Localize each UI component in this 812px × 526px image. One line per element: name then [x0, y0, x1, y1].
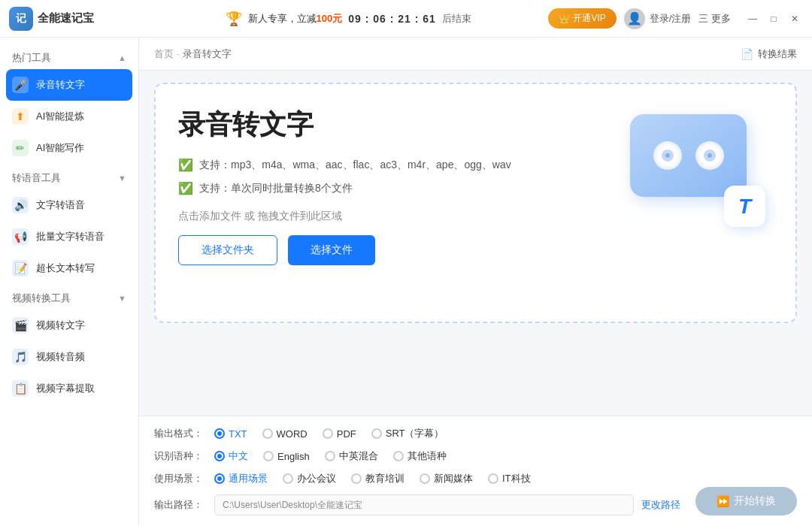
start-btn-icon: ⏩ [717, 495, 729, 507]
tape-reel-right [695, 141, 724, 170]
hot-tools-chevron: ▲ [118, 53, 126, 62]
format-word-radio[interactable] [262, 428, 273, 439]
ai-write-label: AI智能写作 [36, 141, 84, 155]
titlebar-actions: 👑 开通VIP 👤 登录/注册 三 更多 — □ ✕ [548, 8, 803, 29]
format-pdf[interactable]: PDF [323, 428, 356, 440]
video-subtitles-icon: 📋 [12, 380, 29, 397]
scene-row: 使用场景： 通用场景 办公会议 [154, 472, 680, 485]
sidebar-item-video-subtitles[interactable]: 📋 视频字幕提取 [0, 373, 138, 404]
feature-text-1: 支持：mp3、m4a、wma、aac、flac、ac3、m4r、ape、ogg、… [199, 157, 511, 173]
video-to-text-label: 视频转文字 [36, 319, 85, 332]
breadcrumb-current: 录音转文字 [183, 48, 232, 59]
format-srt[interactable]: SRT（字幕） [371, 427, 444, 440]
path-input[interactable] [214, 494, 634, 515]
format-txt[interactable]: TXT [214, 428, 247, 440]
sidebar-item-batch-text-voice[interactable]: 📢 批量文字转语音 [0, 221, 138, 252]
scene-general-radio[interactable] [214, 473, 225, 484]
sidebar-item-ai-write[interactable]: ✏ AI智能写作 [0, 132, 138, 164]
long-text-label: 超长文本转写 [36, 261, 95, 275]
hot-tools-label: 热门工具 [12, 51, 51, 65]
scene-office-radio[interactable] [283, 473, 293, 484]
drop-zone[interactable]: 录音转文字 ✅ 支持：mp3、m4a、wma、aac、flac、ac3、m4r、… [154, 83, 797, 323]
drop-zone-left: 录音转文字 ✅ 支持：mp3、m4a、wma、aac、flac、ac3、m4r、… [178, 107, 623, 265]
hot-tools-section-header[interactable]: 热门工具 ▲ [0, 44, 138, 69]
voice-tools-label: 转语音工具 [12, 171, 61, 185]
scene-news-radio[interactable] [420, 473, 430, 484]
drop-zone-container: 录音转文字 ✅ 支持：mp3、m4a、wma、aac、flac、ac3、m4r、… [139, 71, 812, 416]
scene-education-label: 教育培训 [365, 472, 404, 485]
video-subtitles-label: 视频字幕提取 [36, 382, 95, 395]
scene-news[interactable]: 新闻媒体 [420, 472, 473, 485]
select-folder-button[interactable]: 选择文件夹 [178, 235, 277, 265]
maximize-button[interactable]: □ [765, 11, 782, 27]
minimize-button[interactable]: — [744, 11, 761, 27]
sidebar-item-audio-to-text[interactable]: 🎤 录音转文字 [6, 69, 132, 101]
user-avatar: 👤 [624, 8, 645, 29]
drop-hint: 点击添加文件 或 拖拽文件到此区域 [178, 210, 623, 223]
language-group: 中文 English 中英混合 [214, 449, 680, 463]
ai-refine-label: AI智能提炼 [36, 110, 84, 123]
main-layout: 热门工具 ▲ 🎤 录音转文字 ⬆ AI智能提炼 ✏ AI智能写作 转语音工具 ▼… [0, 38, 812, 526]
dropzone-title: 录音转文字 [178, 107, 623, 144]
select-file-button[interactable]: 选择文件 [288, 235, 375, 265]
scene-it-label: IT科技 [502, 472, 531, 485]
language-row: 识别语种： 中文 English [154, 449, 680, 463]
format-pdf-radio[interactable] [323, 428, 333, 439]
format-txt-label: TXT [229, 428, 247, 440]
scene-education-radio[interactable] [351, 473, 362, 484]
app-logo: 记 全能速记宝 [9, 7, 148, 31]
vip-button[interactable]: 👑 开通VIP [548, 8, 616, 29]
start-convert-button[interactable]: ⏩ 开始转换 [695, 487, 797, 515]
path-change-button[interactable]: 更改路径 [641, 498, 680, 512]
more-button[interactable]: 三 更多 [698, 12, 731, 26]
promo-text: 新人专享，立减100元 [248, 12, 343, 26]
tape-wrapper: T [630, 107, 765, 227]
convert-result-label: 转换结果 [758, 47, 797, 61]
content-area: 首页 - 录音转文字 📄 转换结果 录音转文字 ✅ 支持：mp3、m4a、wma… [139, 38, 812, 526]
lang-other[interactable]: 其他语种 [393, 449, 447, 463]
sidebar-item-video-to-audio[interactable]: 🎵 视频转音频 [0, 341, 138, 373]
feature-item-2: ✅ 支持：单次同时批量转换8个文件 [178, 180, 623, 196]
lang-english[interactable]: English [263, 451, 310, 462]
lang-mixed[interactable]: 中英混合 [325, 449, 378, 463]
titlebar: 记 全能速记宝 🏆 新人专享，立减100元 09 : 06 : 21 : 61 … [0, 0, 812, 38]
scene-office[interactable]: 办公会议 [283, 472, 336, 485]
promo-fire-icon: 🏆 [226, 11, 242, 27]
scene-office-label: 办公会议 [297, 472, 336, 485]
scene-it-radio[interactable] [488, 473, 498, 484]
lang-chinese[interactable]: 中文 [214, 449, 248, 463]
sidebar-item-ai-refine[interactable]: ⬆ AI智能提炼 [0, 101, 138, 132]
format-word[interactable]: WORD [262, 428, 308, 440]
scene-it[interactable]: IT科技 [488, 472, 531, 485]
lang-chinese-radio[interactable] [214, 451, 225, 461]
sidebar-item-long-text[interactable]: 📝 超长文本转写 [0, 252, 138, 284]
scene-education[interactable]: 教育培训 [351, 472, 404, 485]
user-area[interactable]: 👤 登录/注册 [624, 8, 692, 29]
window-controls: — □ ✕ [744, 11, 803, 27]
text-to-voice-label: 文字转语音 [36, 198, 85, 212]
path-input-row: 更改路径 [214, 494, 680, 515]
format-srt-radio[interactable] [371, 428, 382, 439]
breadcrumb-home[interactable]: 首页 [154, 48, 174, 59]
format-txt-radio[interactable] [214, 428, 225, 439]
voice-tools-chevron: ▼ [118, 174, 126, 183]
promo-banner: 🏆 新人专享，立减100元 09 : 06 : 21 : 61 后结束 [148, 11, 548, 27]
close-button[interactable]: ✕ [786, 11, 803, 27]
vip-icon: 👑 [559, 14, 570, 24]
sidebar-item-text-to-voice[interactable]: 🔊 文字转语音 [0, 189, 138, 221]
lang-mixed-label: 中英混合 [339, 449, 378, 463]
output-format-label: 输出格式： [154, 427, 214, 440]
scene-general[interactable]: 通用场景 [214, 472, 268, 485]
lang-other-label: 其他语种 [408, 449, 447, 463]
video-tools-section-header[interactable]: 视频转换工具 ▼ [0, 284, 138, 310]
sidebar-item-video-to-text[interactable]: 🎬 视频转文字 [0, 310, 138, 341]
breadcrumb-separator: - [177, 48, 180, 59]
feature-text-2: 支持：单次同时批量转换8个文件 [199, 180, 353, 196]
lang-other-radio[interactable] [393, 451, 404, 461]
convert-result-button[interactable]: 📄 转换结果 [741, 47, 797, 61]
lang-mixed-radio[interactable] [325, 451, 335, 461]
settings-panel: 输出格式： TXT WORD [139, 416, 812, 526]
breadcrumb-bar: 首页 - 录音转文字 📄 转换结果 [139, 38, 812, 71]
voice-tools-section-header[interactable]: 转语音工具 ▼ [0, 164, 138, 189]
lang-english-radio[interactable] [263, 451, 274, 461]
